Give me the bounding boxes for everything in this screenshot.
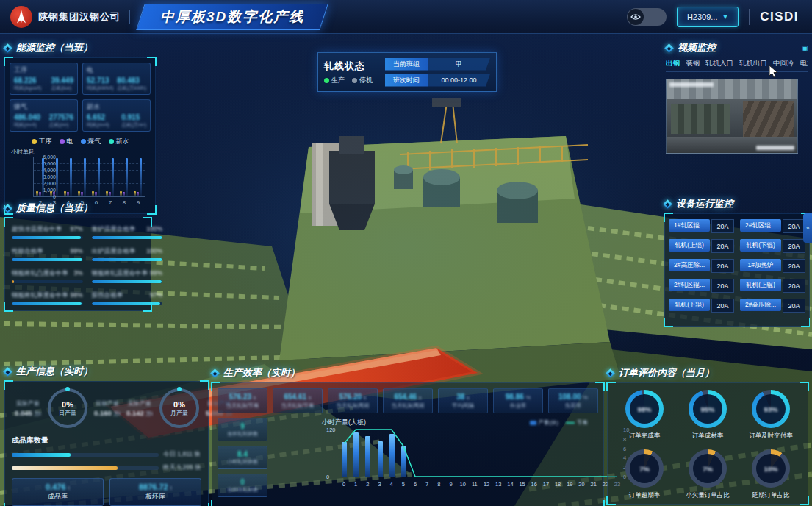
hourly-output-chart: 小时产量(大板) 产量(块)节奏 12000246810012345678910… <box>273 418 598 500</box>
quality-bar-fill <box>92 280 162 283</box>
quality-label: 探伤合格率 <box>92 291 123 300</box>
equipment-label: 2#高压除... <box>669 259 710 271</box>
equipment-label: 2#轧区辊... <box>740 219 781 232</box>
company-logo <box>10 6 32 28</box>
stock-bar-row: 今日 1,811 块 <box>12 450 201 459</box>
bar-电 <box>81 192 83 196</box>
equipment-cell: 2#高压除...20A <box>669 259 734 273</box>
warehouse-label: 成品库 <box>48 492 68 502</box>
diamond-icon <box>210 368 220 378</box>
quality-metric: 装炉温度合格率100% <box>92 225 163 239</box>
bar-新水 <box>45 196 47 196</box>
x-tick-label: 1 <box>354 481 357 488</box>
equipment-label: 1#轧区辊... <box>669 219 710 232</box>
quality-panel-title: 质量信息（当班） <box>16 202 93 215</box>
diamond-icon <box>664 43 674 53</box>
efficiency-stat-card: 576.23 s当天轧制节奏 <box>218 388 267 413</box>
warehouse-card: 0.476 t成品库 <box>12 478 104 506</box>
x-tick-label: 15 <box>519 481 525 488</box>
energy-card: 工序68.226吨耗(kgce/t)39.449总耗(tce) <box>10 63 78 95</box>
warehouse-card: 8876.72 t板坯库 <box>109 478 201 506</box>
x-tick-label: 19 <box>567 481 572 488</box>
stock-bar-label: 今日 1,811 块 <box>163 450 201 459</box>
quality-metric: 钢板终轧厚度命中率98% <box>12 291 83 305</box>
panel-collapse-handle[interactable]: » <box>803 213 812 243</box>
bar-煤气 <box>98 158 100 196</box>
bar-group <box>64 158 75 196</box>
x-tick-label: 14 <box>507 481 513 488</box>
energy-value: 0.915 <box>121 113 146 121</box>
video-tab-电加热[interactable]: 电加热 <box>800 59 809 68</box>
energy-card-name: 煤气 <box>14 102 73 112</box>
energy-card-name: 工序 <box>14 65 73 75</box>
donut-percent: 93% <box>764 405 777 413</box>
efficiency-stat-card: 654.61 s当月轧制节奏 <box>273 388 323 413</box>
video-tab-出钢[interactable]: 出钢 <box>666 59 680 68</box>
quality-percent: 100% <box>146 247 162 254</box>
legend-dot <box>81 139 86 144</box>
efficiency-side-card: 8.4小时轧制块数 <box>218 446 267 469</box>
energy-value: 52.713 <box>87 76 114 85</box>
equipment-label: 轧机(上辊) <box>740 279 781 291</box>
cisdi-brand-logo: CISDI <box>760 10 799 24</box>
stock-bar-row: 昨天 5,205 块 <box>12 463 201 472</box>
efficiency-side-card: 0当班待轧块数 <box>218 474 267 497</box>
equipment-current-value: 20A <box>783 239 805 253</box>
quality-bar-fill <box>12 280 14 283</box>
warehouse-value: 0.476 t <box>46 482 70 491</box>
donut-ring: 7% <box>625 449 664 488</box>
video-tab-轧机入口[interactable]: 轧机入口 <box>705 59 733 68</box>
equipment-current-value: 20A <box>711 279 734 293</box>
rolling-status-legend: 生产停机 <box>324 76 373 85</box>
stat-value: 98.86 % <box>506 393 531 402</box>
bar-工序 <box>50 191 52 196</box>
quality-bar-track <box>12 302 83 305</box>
x-tick-label: 6 <box>414 481 417 488</box>
stock-bar-label: 昨天 5,205 块 <box>163 463 201 472</box>
quality-label: 性能合格率 <box>12 247 43 256</box>
cctv-video-frame[interactable] <box>666 79 798 154</box>
bar-电 <box>39 192 41 196</box>
video-tab-轧机出口[interactable]: 轧机出口 <box>739 59 767 68</box>
production-panel-title: 生产信息（实时） <box>16 365 93 378</box>
equipment-cell: 2#轧区辊...20A <box>740 219 805 233</box>
bar-工序 <box>36 191 38 196</box>
energy-card: 电52.713吨耗(kWh/t)80.483总耗(万kWh) <box>82 63 151 95</box>
quality-percent: 97% <box>71 225 83 232</box>
efficiency-stat-card: 38 s平均间隔 <box>438 388 488 413</box>
quality-bar-fill <box>12 236 81 239</box>
legend-swatch <box>530 421 536 425</box>
visibility-toggle[interactable] <box>627 8 667 26</box>
stock-bar-fill <box>12 453 71 457</box>
x-tick-label: 11 <box>472 481 478 488</box>
bar-煤气 <box>42 158 44 196</box>
donut-ring: 98% <box>625 390 664 428</box>
equipment-current-value: 20A <box>711 299 734 313</box>
heat-number-dropdown[interactable]: H2309... ▼ <box>677 7 739 27</box>
current-crew-row: 当前班组 甲 <box>385 58 490 71</box>
quality-bar-track <box>92 280 163 283</box>
heat-number-value: H2309... <box>687 13 718 21</box>
donut-percent: 7% <box>703 465 713 473</box>
quality-metric: 钢板终轧温度命中率99% <box>92 269 163 283</box>
stat-label: 平均间隔 <box>452 402 474 409</box>
legend-dot <box>60 139 65 144</box>
energy-unit: 总耗(tce) <box>51 85 73 91</box>
equipment-current-value: 20A <box>711 259 734 273</box>
equipment-current-value: 20A <box>711 219 734 233</box>
order-donut: 10%延期订单占比 <box>739 449 802 500</box>
crew-label: 当前班组 <box>385 58 428 71</box>
x-tick-label: 8 <box>437 481 440 488</box>
expand-icon[interactable]: ▣ <box>802 44 808 52</box>
bar-工序 <box>78 191 80 196</box>
video-tab-装钢[interactable]: 装钢 <box>686 59 700 68</box>
equipment-row: 1#轧区辊...20A2#轧区辊...20A <box>669 219 805 233</box>
bar-煤气 <box>70 158 72 196</box>
energy-value: 68.226 <box>14 76 41 85</box>
video-tab-中间冷[interactable]: 中间冷 <box>773 59 794 68</box>
status-legend-item: 生产 <box>324 76 345 85</box>
bar-group <box>78 158 89 196</box>
camera-timestamp-overlay <box>756 146 794 150</box>
side-label: 当班待轧块数 <box>227 487 258 493</box>
donut-label: 订单完成率 <box>629 432 661 441</box>
